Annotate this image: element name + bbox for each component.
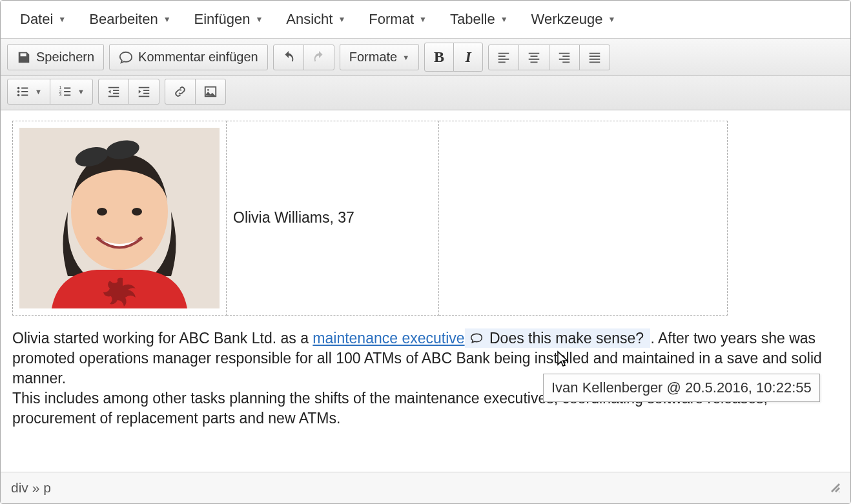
menu-insert[interactable]: Einfügen▼ — [183, 3, 275, 35]
statusbar: div » p — [1, 472, 850, 503]
align-left-icon — [497, 50, 511, 65]
redo-button[interactable] — [303, 45, 334, 70]
indent-icon — [137, 85, 151, 99]
svg-point-10 — [97, 208, 107, 216]
toolbar-row-2: ▼ 123▼ — [1, 76, 850, 110]
caret-down-icon: ▼ — [163, 15, 171, 24]
indent-group — [98, 79, 159, 105]
menu-format-label: Format — [369, 11, 414, 28]
rich-text-editor: Datei▼ Bearbeiten▼ Einfügen▼ Ansicht▼ Fo… — [0, 0, 851, 504]
mouse-cursor-icon — [556, 350, 571, 368]
comment-text: Does this make sense? — [486, 330, 648, 347]
name-cell[interactable]: Olivia Williams, 37 — [227, 121, 439, 316]
caret-down-icon: ▼ — [608, 15, 615, 24]
caret-down-icon: ▼ — [58, 15, 66, 24]
svg-text:3: 3 — [59, 92, 62, 97]
align-center-icon — [527, 50, 541, 65]
insert-comment-label: Kommentar einfügen — [138, 50, 258, 65]
bullet-list-button[interactable]: ▼ — [7, 79, 50, 105]
menu-tools[interactable]: Werkzeuge▼ — [520, 3, 628, 35]
list-group: ▼ 123▼ — [7, 79, 93, 105]
menu-insert-label: Einfügen — [194, 11, 251, 28]
formats-dropdown[interactable]: Formate ▼ — [340, 44, 419, 70]
save-icon — [17, 50, 31, 65]
image-icon — [203, 85, 218, 99]
element-path[interactable]: div » p — [11, 480, 51, 496]
svg-point-0 — [17, 87, 20, 90]
bold-button[interactable]: B — [424, 43, 454, 72]
align-justify-button[interactable] — [579, 45, 610, 70]
caret-down-icon: ▼ — [35, 88, 42, 96]
italic-button[interactable]: I — [453, 43, 483, 72]
comment-marker-icon[interactable] — [469, 331, 484, 345]
tooltip-text: Ivan Kellenberger @ 20.5.2016, 10:22:55 — [551, 379, 812, 396]
menu-file[interactable]: Datei▼ — [8, 3, 77, 35]
menu-view-label: Ansicht — [286, 11, 333, 28]
caret-down-icon: ▼ — [338, 15, 345, 24]
editor-content[interactable]: Olivia Williams, 37 Olivia started worki… — [1, 110, 850, 472]
align-right-icon — [557, 50, 571, 65]
align-left-button[interactable] — [488, 45, 519, 70]
menu-view[interactable]: Ansicht▼ — [274, 3, 357, 35]
link-button[interactable] — [165, 79, 196, 105]
menubar: Datei▼ Bearbeiten▼ Einfügen▼ Ansicht▼ Fo… — [1, 1, 850, 39]
empty-cell[interactable] — [439, 121, 728, 316]
bold-icon: B — [434, 48, 444, 66]
numbered-list-icon: 123 — [58, 85, 72, 99]
link-icon — [173, 85, 187, 99]
table-row: Olivia Williams, 37 — [13, 121, 728, 316]
caret-down-icon: ▼ — [500, 15, 508, 24]
caret-down-icon: ▼ — [402, 54, 409, 61]
undo-button[interactable] — [273, 45, 304, 70]
font-style-group: B I — [424, 43, 483, 72]
menu-tools-label: Werkzeuge — [531, 11, 603, 28]
formats-label: Formate — [349, 50, 397, 65]
svg-point-7 — [207, 89, 209, 91]
comment-tooltip: Ivan Kellenberger @ 20.5.2016, 10:22:55 — [543, 374, 820, 402]
caret-down-icon: ▼ — [77, 88, 85, 96]
italic-icon: I — [465, 48, 471, 66]
comment-span[interactable]: Does this make sense? — [465, 328, 651, 348]
photo-cell[interactable] — [13, 121, 227, 316]
menu-edit[interactable]: Bearbeiten▼ — [77, 3, 182, 35]
maintenance-link[interactable]: maintenance executive — [313, 330, 464, 347]
comment-icon — [119, 50, 133, 65]
avatar-photo — [19, 128, 220, 308]
image-button[interactable] — [195, 79, 226, 105]
align-group — [488, 45, 610, 70]
outdent-icon — [107, 85, 121, 99]
save-button-label: Speichern — [36, 50, 94, 65]
redo-icon — [312, 50, 326, 65]
bullet-list-icon — [15, 85, 30, 99]
indent-button[interactable] — [128, 79, 159, 105]
outdent-button[interactable] — [98, 79, 129, 105]
profile-table[interactable]: Olivia Williams, 37 — [12, 121, 728, 316]
svg-point-1 — [17, 90, 20, 93]
numbered-list-button[interactable]: 123▼ — [50, 79, 93, 105]
insert-comment-button[interactable]: Kommentar einfügen — [109, 44, 268, 70]
align-right-button[interactable] — [549, 45, 580, 70]
undo-icon — [282, 50, 296, 65]
align-justify-icon — [588, 50, 602, 65]
caret-down-icon: ▼ — [419, 15, 427, 24]
menu-edit-label: Bearbeiten — [89, 11, 158, 28]
insert-group — [165, 79, 226, 105]
svg-point-11 — [132, 208, 142, 216]
menu-table-label: Tabelle — [450, 11, 495, 28]
menu-file-label: Datei — [20, 11, 53, 28]
person-name: Olivia Williams, 37 — [233, 209, 354, 226]
align-center-button[interactable] — [518, 45, 549, 70]
menu-format[interactable]: Format▼ — [357, 3, 438, 35]
resize-grip-icon[interactable] — [831, 483, 840, 492]
para1-before: Olivia started working for ABC Bank Ltd.… — [12, 330, 313, 347]
undo-redo-group — [273, 45, 334, 70]
caret-down-icon: ▼ — [255, 15, 263, 24]
save-button[interactable]: Speichern — [7, 44, 104, 70]
menu-table[interactable]: Tabelle▼ — [438, 3, 520, 35]
toolbar-row-1: Speichern Kommentar einfügen Formate ▼ B… — [1, 39, 850, 76]
svg-point-2 — [17, 94, 20, 97]
